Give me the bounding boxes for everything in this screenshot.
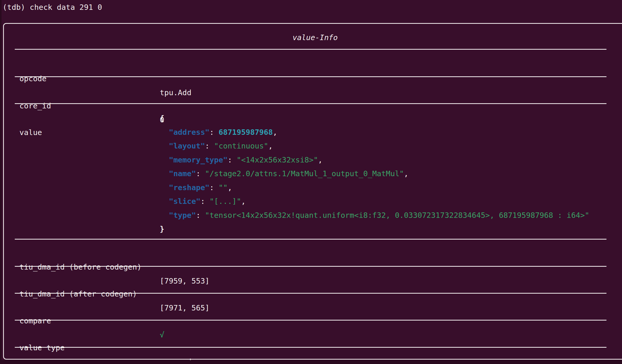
table-row-value-type: value type operand [4,327,622,341]
row-label-value-type: value type [19,341,65,355]
json-line: "reshape": "", [160,181,589,195]
separator-core-id [15,103,606,104]
terminal-screen[interactable]: (tdb) check data 291 0 value-Info opcode… [0,0,622,364]
command-line: (tdb) check data 291 0 [3,3,102,12]
window-left-edge [0,0,2,364]
table-row-tiu-dma-id-before: tiu_dma_id (before codegen) [7959, 553] [4,246,622,260]
row-label-opcode: opcode [19,72,47,86]
json-line: "memory_type": "<14x2x56x32xsi8>", [160,153,589,167]
row-label-tiu-dma-id-after: tiu_dma_id (after codegen) [19,287,137,301]
row-label-tiu-dma-id-before: tiu_dma_id (before codegen) [19,260,141,274]
separator-compare [15,320,606,321]
value-json-block: { "address": 687195987968, "layout": "co… [160,112,589,236]
row-label-core-id: core_id [19,99,51,113]
row-label-value: value [19,125,42,139]
json-line: { [160,112,589,125]
separator-value-type [15,347,606,348]
table-row-opcode: opcode tpu.Add [4,58,622,72]
json-line: "layout": "continuous", [160,139,589,153]
table-row-tiu-dma-id-after: tiu_dma_id (after codegen) [7971, 565] [4,273,622,287]
value-info-panel: value-Info opcode tpu.Add core_id 0 valu… [3,23,622,360]
json-line: "type": "tensor<14x2x56x32x!quant.unifor… [160,209,589,222]
row-label-compare: compare [19,314,51,328]
window-bottom-edge [0,360,622,364]
json-line: "address": 687195987968, [160,125,589,139]
separator-value [15,239,606,240]
json-line: } [160,222,589,236]
separator-opcode [15,76,606,77]
table-row-core-id: core_id 0 [4,85,622,99]
json-line: "name": "/stage2.0/attns.1/MatMul_1_outp… [160,167,589,181]
panel-title: value-Info [4,31,622,44]
json-line: "slice": "[...]", [160,195,589,209]
separator-title [15,49,606,50]
table-row-compare: compare √ [4,300,622,314]
